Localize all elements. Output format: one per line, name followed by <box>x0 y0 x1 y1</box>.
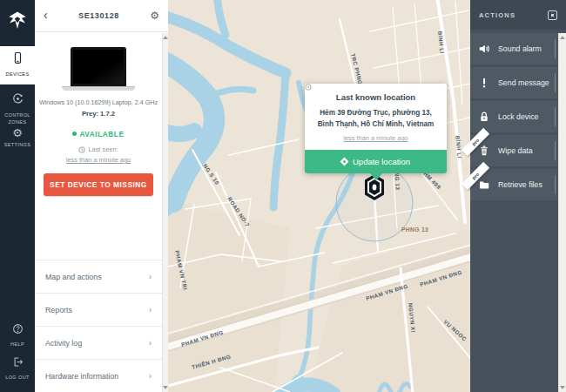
logout-icon <box>12 355 24 371</box>
actions-title: ACTIONS <box>479 11 515 19</box>
sidebar-item-help[interactable]: HELP <box>0 317 35 343</box>
actions-panel-scrollbar[interactable] <box>558 33 566 392</box>
chevron-right-icon: › <box>149 305 152 314</box>
last-location-popup: Last known location Hẻm 39 Đường Trục, p… <box>305 84 447 173</box>
last-seen-label: Last seen: <box>88 145 118 153</box>
device-sections-accordion: Map and actions › Reports › Activity log… <box>35 260 162 392</box>
actions-list: Sound alarm Send message <box>470 33 558 203</box>
popup-title: Last known location <box>305 84 447 102</box>
locate-diamond-icon <box>340 158 349 166</box>
sidebar-item-label: DEVICES <box>6 71 30 78</box>
laptop-illustration <box>62 47 135 91</box>
district-label: PHNG 13 <box>401 226 428 233</box>
sidebar-item-label: SETTINGS <box>4 141 31 148</box>
laptop-base <box>62 86 135 91</box>
sidebar-item-devices[interactable]: DEVICES <box>0 46 35 84</box>
last-seen-row: Last seen: <box>35 145 162 153</box>
device-detail-panel: ‹ SE130128 ⚙ Windows 10 (10.0.16299) Lap… <box>35 0 168 392</box>
actions-panel: ACTIONS Sound alarm <box>470 0 566 392</box>
sidebar-item-control-zones[interactable]: CONTROL ZONES <box>0 87 35 117</box>
sidebar-item-label: HELP <box>10 341 24 348</box>
chevron-right-icon: › <box>149 338 152 348</box>
laptop-screen <box>71 47 126 86</box>
popup-last-seen-link[interactable]: less than a minute ago <box>343 134 408 142</box>
action-retrieve-files[interactable]: pro Retrieve files <box>470 169 558 200</box>
status-badge: AVAILABLE <box>35 131 162 139</box>
control-zones-icon <box>11 92 24 109</box>
help-icon <box>12 322 24 338</box>
section-map-and-actions[interactable]: Map and actions › <box>35 260 162 293</box>
smartphone-icon <box>11 51 24 68</box>
device-os-info: Windows 10 (10.0.16299) Laptop, 2.4 GHz <box>35 98 162 106</box>
main-sidebar: DEVICES CONTROL ZONES ⚙ SETTINGS <box>0 0 35 392</box>
set-device-missing-button[interactable]: SET DEVICE TO MISSING <box>44 173 153 196</box>
device-panel-header: ‹ SE130128 ⚙ <box>35 0 168 32</box>
collapse-panel-icon[interactable] <box>548 10 557 20</box>
action-sound-alarm[interactable]: Sound alarm <box>470 33 558 64</box>
sidebar-item-label: LOG OUT <box>5 374 30 381</box>
last-seen-link[interactable]: less than a minute ago <box>35 156 162 164</box>
lock-icon <box>470 111 498 123</box>
section-activity-log[interactable]: Activity log › <box>35 326 162 359</box>
chevron-right-icon: › <box>149 272 152 281</box>
popup-address: Hẻm 39 Đường Trục, phường 13, Bình Thạnh… <box>305 102 447 130</box>
map-canvas[interactable]: TRC PHNG 13 BÌNH LI BÌNH LI HM 499 PHNG … <box>168 0 470 392</box>
device-settings-gear-icon[interactable]: ⚙ <box>150 10 159 21</box>
agent-version: Prey: 1.7.2 <box>35 110 162 118</box>
clock-icon <box>305 84 312 91</box>
sidebar-item-settings[interactable]: ⚙ SETTINGS <box>0 122 35 152</box>
section-reports[interactable]: Reports › <box>35 293 162 326</box>
popup-last-seen-row: less than a minute ago <box>305 130 447 150</box>
update-location-button[interactable]: Update location <box>305 150 447 173</box>
map-tiles: TRC PHNG 13 BÌNH LI BÌNH LI HM 499 PHNG … <box>168 0 470 392</box>
exclamation-icon <box>470 77 498 89</box>
prey-app-window: DEVICES CONTROL ZONES ⚙ SETTINGS <box>0 0 566 392</box>
clock-icon <box>78 146 85 153</box>
prey-logo-icon <box>0 7 35 35</box>
chevron-right-icon: › <box>149 371 152 381</box>
device-panel-scrollbar[interactable] <box>162 33 168 392</box>
device-name-title: SE130128 <box>78 11 119 20</box>
status-dot <box>72 132 77 136</box>
sidebar-item-logout[interactable]: LOG OUT <box>0 350 35 376</box>
gear-icon: ⚙ <box>12 127 23 139</box>
speaker-icon <box>470 43 498 55</box>
back-button[interactable]: ‹ <box>44 8 48 22</box>
section-hardware-information[interactable]: Hardware information › <box>35 359 162 392</box>
action-send-message[interactable]: Send message <box>470 67 558 98</box>
popup-pointer <box>370 173 382 186</box>
actions-panel-header: ACTIONS <box>470 0 566 30</box>
